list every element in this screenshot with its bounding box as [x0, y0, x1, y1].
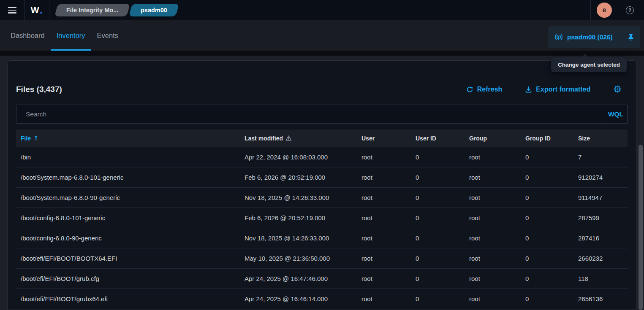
export-button[interactable]: Export formatted — [525, 86, 590, 93]
menu-icon[interactable] — [0, 0, 24, 20]
broadcast-icon — [554, 33, 563, 41]
cell-group: root — [465, 235, 521, 242]
breadcrumb-agent[interactable]: psadm00 — [129, 4, 179, 16]
cell-size: 287416 — [573, 235, 628, 242]
wql-button[interactable]: WQL — [604, 105, 627, 123]
cell-user-id: 0 — [411, 255, 465, 262]
divider — [618, 0, 618, 20]
cell-last-modified: Nov 18, 2025 @ 14:26:33.000 — [240, 194, 357, 201]
tab-dashboard[interactable]: Dashboard — [5, 20, 51, 51]
cell-user-id: 0 — [411, 275, 465, 282]
top-nav: W. File Integrity Mo... psadm00 e ? — [0, 0, 644, 20]
table-row[interactable]: /boot/System.map-6.8.0-101-generic Feb 6… — [16, 167, 628, 188]
cell-file: /boot/config-6.8.0-90-generic — [16, 235, 240, 242]
table-row[interactable]: /boot/efi/EFI/BOOT/grub.cfg Apr 24, 2025… — [16, 269, 628, 289]
cell-user: root — [357, 214, 411, 221]
wazuh-logo[interactable]: W. — [24, 0, 49, 20]
cell-size: 2660232 — [573, 255, 628, 262]
cell-file: /boot/System.map-6.8.0-101-generic — [16, 174, 240, 181]
divider — [590, 0, 591, 20]
cell-file: /boot/System.map-6.8.0-90-generic — [16, 194, 240, 201]
panel-header: Files (3,437) Refresh Export formatted ⚙ — [16, 81, 628, 98]
search-input[interactable] — [16, 105, 604, 123]
cell-group: root — [465, 174, 521, 181]
sort-asc-icon: ↑ — [33, 135, 39, 142]
table-row[interactable]: /boot/config-6.8.0-101-generic Feb 6, 20… — [16, 208, 628, 228]
cell-group-id: 0 — [521, 154, 573, 161]
breadcrumb: File Integrity Mo... psadm00 — [56, 4, 177, 16]
cell-group-id: 0 — [521, 214, 573, 221]
refresh-icon — [466, 86, 473, 93]
divider — [49, 0, 49, 20]
cell-last-modified: Apr 22, 2024 @ 16:08:03.000 — [240, 154, 357, 161]
breadcrumb-module[interactable]: File Integrity Mo... — [54, 4, 130, 16]
cell-user: root — [357, 255, 411, 262]
cell-group-id: 0 — [521, 275, 573, 282]
help-icon[interactable]: ? — [626, 6, 634, 14]
cell-user-id: 0 — [411, 295, 465, 302]
export-label: Export formatted — [536, 86, 590, 93]
cell-last-modified: Apr 24, 2025 @ 16:47:46.000 — [240, 275, 357, 282]
cell-file: /bin — [16, 154, 240, 161]
tab-bar: Dashboard Inventory Events psadm00 (026) — [0, 20, 644, 51]
cell-file: /boot/efi/EFI/BOOT/grubx64.efi — [16, 295, 240, 302]
search-bar: WQL — [16, 105, 628, 124]
column-header-size[interactable]: Size — [573, 135, 628, 142]
header-shadow-band — [0, 51, 644, 56]
panel-title: Files (3,437) — [16, 85, 62, 94]
cell-last-modified: Feb 6, 2026 @ 20:52:19.000 — [240, 174, 357, 181]
cell-user-id: 0 — [411, 214, 465, 221]
pin-icon[interactable] — [628, 33, 634, 41]
agent-link[interactable]: psadm00 (026) — [567, 33, 613, 41]
tab-inventory[interactable]: Inventory — [51, 20, 91, 51]
cell-user: root — [357, 235, 411, 242]
column-header-file-label[interactable]: File — [21, 135, 31, 142]
cell-user-id: 0 — [411, 154, 465, 161]
cell-last-modified: Nov 18, 2025 @ 14:26:33.000 — [240, 235, 357, 242]
cell-size: 287599 — [573, 214, 628, 221]
tab-events[interactable]: Events — [91, 20, 124, 51]
table-row[interactable]: /boot/config-6.8.0-90-generic Nov 18, 20… — [16, 228, 628, 248]
cell-file: /boot/config-6.8.0-101-generic — [16, 214, 240, 221]
cell-size: 9120274 — [573, 174, 628, 181]
vertical-scrollbar[interactable] — [639, 145, 643, 310]
table-header-row: File ↑ Last modified User User ID Group … — [16, 129, 628, 147]
cell-group: root — [465, 194, 521, 201]
column-header-user-id[interactable]: User ID — [411, 135, 465, 142]
cell-size: 9114947 — [573, 194, 628, 201]
cell-size: 7 — [573, 154, 628, 161]
table-row[interactable]: /boot/efi/EFI/BOOT/BOOTX64.EFI May 10, 2… — [16, 248, 628, 269]
column-header-group-id[interactable]: Group ID — [521, 135, 573, 142]
column-header-last-modified[interactable]: Last modified — [240, 135, 357, 142]
refresh-button[interactable]: Refresh — [466, 86, 503, 93]
tab-dashboard-label: Dashboard — [11, 32, 45, 40]
table-row[interactable]: /boot/System.map-6.8.0-90-generic Nov 18… — [16, 188, 628, 208]
cell-group: root — [465, 255, 521, 262]
column-header-user[interactable]: User — [357, 135, 411, 142]
tooltip-change-agent: Change agent selected — [551, 57, 627, 72]
cell-user: root — [357, 275, 411, 282]
cell-size: 2656136 — [573, 295, 628, 302]
files-panel: Files (3,437) Refresh Export formatted ⚙ — [7, 60, 636, 310]
cell-user-id: 0 — [411, 174, 465, 181]
cell-file: /boot/efi/EFI/BOOT/BOOTX64.EFI — [16, 255, 240, 262]
cell-user: root — [357, 194, 411, 201]
user-avatar[interactable]: e — [597, 3, 612, 18]
logo-text: W — [31, 5, 39, 15]
agent-selector: psadm00 (026) — [548, 26, 640, 48]
table-row[interactable]: /bin Apr 22, 2024 @ 16:08:03.000 root 0 … — [16, 147, 628, 167]
breadcrumb-module-label: File Integrity Mo... — [66, 7, 118, 13]
tab-events-label: Events — [97, 32, 118, 40]
gear-icon[interactable]: ⚙ — [613, 85, 622, 94]
cell-last-modified: Feb 6, 2026 @ 20:52:19.000 — [240, 214, 357, 221]
cell-group-id: 0 — [521, 235, 573, 242]
cell-group-id: 0 — [521, 194, 573, 201]
column-header-group[interactable]: Group — [465, 135, 521, 142]
cell-group: root — [465, 214, 521, 221]
cell-group: root — [465, 275, 521, 282]
column-header-file[interactable]: File ↑ — [16, 135, 240, 142]
warning-icon — [285, 135, 292, 141]
refresh-label: Refresh — [477, 86, 503, 93]
table-row[interactable]: /boot/efi/EFI/BOOT/grubx64.efi Apr 24, 2… — [16, 289, 628, 309]
cell-group-id: 0 — [521, 174, 573, 181]
